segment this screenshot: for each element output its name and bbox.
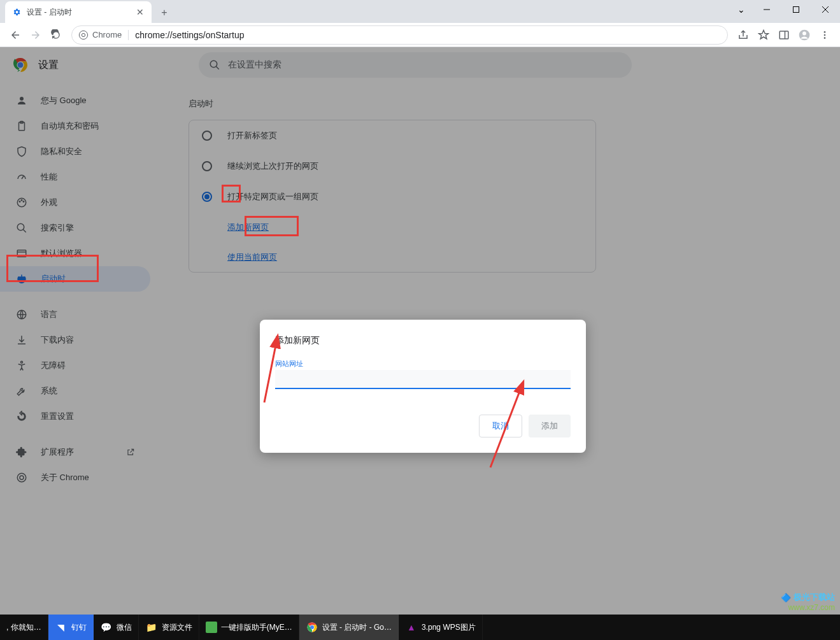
reload-button[interactable] (46, 25, 66, 45)
chrome-icon (78, 30, 89, 40)
taskbar-item[interactable]: 📁资源文件 (139, 615, 199, 640)
app-icon (206, 622, 217, 633)
svg-point-11 (824, 34, 826, 36)
profile-icon[interactable] (794, 25, 815, 45)
svg-point-10 (824, 31, 826, 33)
maximize-button[interactable] (781, 0, 811, 19)
url-text: chrome://settings/onStartup (135, 30, 244, 40)
add-page-dialog: 添加新网页 网站网址 取消 添加 (260, 320, 586, 453)
svg-point-5 (82, 33, 85, 36)
chevron-down-icon[interactable]: ⌄ (730, 0, 752, 19)
address-bar[interactable]: Chrome chrome://settings/onStartup (71, 25, 728, 45)
browser-tab[interactable]: 设置 - 启动时 ✕ (5, 1, 152, 23)
browser-titlebar: 设置 - 启动时 ✕ + ⌄ (0, 0, 840, 23)
new-tab-button[interactable]: + (155, 4, 173, 22)
site-chip: Chrome (78, 30, 129, 40)
share-icon[interactable] (733, 25, 753, 45)
menu-icon[interactable] (815, 25, 835, 45)
taskbar-item[interactable]: 一键排版助手(MyE… (199, 615, 299, 640)
dingtalk-icon: ◥ (55, 621, 68, 634)
wps-icon: ▲ (405, 621, 418, 634)
minimize-button[interactable] (752, 0, 781, 19)
taskbar-item[interactable]: ◥钉钉 (48, 615, 94, 640)
taskbar-item[interactable]: 💬微信 (94, 615, 139, 640)
window-controls: ⌄ (730, 0, 840, 19)
forward-button[interactable] (25, 25, 46, 45)
window-close-button[interactable] (811, 0, 840, 19)
logo-icon: 🔷 (781, 593, 791, 602)
svg-point-9 (802, 31, 806, 35)
browser-toolbar: Chrome chrome://settings/onStartup (0, 23, 840, 47)
watermark: 🔷极光下载站 www.xz7.com (781, 592, 835, 612)
svg-rect-1 (794, 7, 799, 13)
url-input[interactable] (275, 370, 571, 389)
svg-rect-6 (779, 31, 788, 39)
folder-icon: 📁 (145, 621, 158, 634)
dialog-title: 添加新网页 (275, 335, 571, 346)
chrome-icon (306, 621, 318, 634)
gear-icon (11, 7, 22, 17)
tab-title: 设置 - 启动时 (27, 7, 135, 18)
cancel-button[interactable]: 取消 (479, 415, 522, 437)
bookmark-icon[interactable] (753, 25, 774, 45)
close-icon[interactable]: ✕ (135, 7, 145, 17)
taskbar-item[interactable]: ▲3.png WPS图片 (399, 615, 483, 640)
wechat-icon: 💬 (100, 621, 113, 634)
add-button[interactable]: 添加 (529, 415, 571, 437)
taskbar-start[interactable]: , 你就知… (0, 615, 48, 640)
dialog-field-label: 网站网址 (275, 359, 571, 369)
back-button[interactable] (5, 25, 25, 45)
svg-point-4 (79, 31, 87, 39)
side-panel-icon[interactable] (774, 25, 794, 45)
svg-point-12 (824, 37, 826, 39)
windows-taskbar: , 你就知… ◥钉钉 💬微信 📁资源文件 一键排版助手(MyE… 设置 - 启动… (0, 615, 840, 640)
taskbar-item[interactable]: 设置 - 启动时 - Go… (299, 615, 399, 640)
